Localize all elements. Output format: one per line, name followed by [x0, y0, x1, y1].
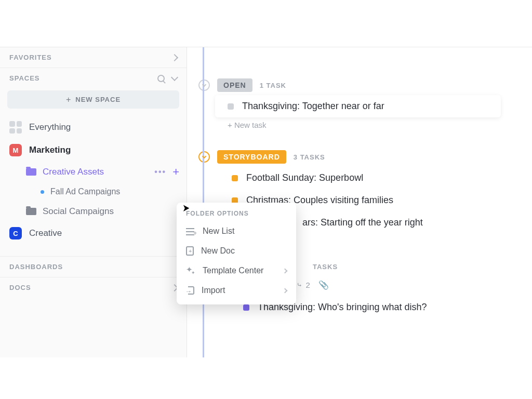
- menu-item-new-doc[interactable]: New Doc: [177, 241, 296, 261]
- sidebar: FAVORITES SPACES + NEW SPACE Everything …: [0, 47, 187, 357]
- creative-label: Creative: [29, 228, 62, 238]
- list-fall-ad-campaigns[interactable]: Fall Ad Campaigns: [0, 182, 187, 201]
- new-list-label: New List: [203, 227, 234, 236]
- creative-assets-label: Creative Assets: [43, 167, 104, 177]
- status-square-icon[interactable]: [243, 304, 249, 311]
- status-section-open: OPEN 1 TASK Thanksgiving: Together near …: [219, 75, 532, 132]
- dashboards-header[interactable]: DASHBOARDS: [0, 256, 187, 277]
- grid-icon: [9, 121, 22, 134]
- new-task-button[interactable]: + New task: [219, 117, 532, 132]
- folder-more-icon[interactable]: •••: [154, 167, 166, 177]
- everything-label: Everything: [29, 122, 71, 132]
- docs-header[interactable]: DOCS: [0, 277, 187, 298]
- task-title-partial: ars: Starting off the year right: [302, 217, 423, 228]
- fall-campaigns-label: Fall Ad Campaigns: [50, 187, 120, 196]
- menu-title: FOLDER OPTIONS: [177, 210, 296, 221]
- status-pill-open[interactable]: OPEN: [217, 78, 252, 92]
- collapse-toggle-open[interactable]: [198, 79, 210, 91]
- new-space-button[interactable]: + NEW SPACE: [7, 90, 179, 109]
- social-campaigns-label: Social Campaigns: [43, 206, 114, 217]
- attachment-icon[interactable]: 📎: [318, 280, 329, 290]
- new-list-icon: +: [186, 227, 195, 236]
- list-dot-icon: [41, 190, 44, 194]
- chevron-right-icon: [171, 54, 178, 61]
- template-center-label: Template Center: [203, 266, 263, 275]
- import-icon: [188, 286, 194, 295]
- folder-options-menu: FOLDER OPTIONS + New List New Doc Templa…: [177, 203, 296, 304]
- docs-label: DOCS: [9, 284, 31, 291]
- status-square-icon[interactable]: [232, 175, 238, 181]
- search-icon[interactable]: [157, 75, 165, 82]
- folder-icon: [26, 168, 36, 176]
- task-count-hidden: TASKS: [313, 263, 338, 271]
- folder-creative-assets[interactable]: Creative Assets ••• +: [0, 162, 187, 182]
- chevron-right-icon: [283, 268, 288, 273]
- status-pill-storyboard[interactable]: STORYBOARD: [217, 150, 286, 164]
- sidebar-item-everything[interactable]: Everything: [0, 116, 187, 139]
- task-count-open: 1 TASK: [260, 82, 286, 89]
- task-count-storyboard: 3 TASKS: [294, 153, 325, 161]
- space-badge-creative: C: [9, 227, 22, 240]
- cursor-icon: ➤: [182, 202, 190, 214]
- collapse-toggle-storyboard[interactable]: [198, 151, 210, 163]
- favorites-label: FAVORITES: [9, 54, 52, 61]
- favorites-header[interactable]: FAVORITES: [0, 47, 187, 68]
- menu-item-import[interactable]: Import: [177, 281, 296, 300]
- subtask-count[interactable]: ⤷ 2: [297, 281, 310, 289]
- folder-social-campaigns[interactable]: Social Campaigns: [0, 201, 187, 222]
- template-center-icon: [186, 266, 195, 275]
- task-title: Thanksgiving: Together near or far: [242, 101, 384, 112]
- import-label: Import: [202, 286, 225, 295]
- task-row[interactable]: Thanksgiving: Together near or far: [215, 95, 501, 117]
- marketing-label: Marketing: [29, 145, 71, 155]
- sidebar-item-marketing[interactable]: M Marketing: [0, 139, 187, 162]
- folder-icon: [26, 208, 36, 215]
- new-doc-label: New Doc: [201, 246, 235, 256]
- menu-item-template-center[interactable]: Template Center: [177, 261, 296, 281]
- menu-item-new-list[interactable]: + New List: [177, 221, 296, 241]
- chevron-right-icon: [283, 288, 288, 293]
- spaces-label: SPACES: [9, 74, 40, 82]
- new-doc-icon: [186, 246, 194, 256]
- task-row[interactable]: Football Sunday: Superbowl: [219, 167, 532, 189]
- sidebar-item-creative[interactable]: C Creative: [0, 222, 187, 245]
- new-space-label: NEW SPACE: [75, 96, 121, 103]
- dashboards-label: DASHBOARDS: [9, 263, 63, 271]
- task-title: Football Sunday: Superbowl: [246, 172, 363, 183]
- space-badge-marketing: M: [9, 144, 22, 156]
- chevron-down-icon[interactable]: [171, 74, 178, 81]
- spaces-header[interactable]: SPACES: [0, 68, 187, 88]
- status-square-icon[interactable]: [228, 103, 234, 110]
